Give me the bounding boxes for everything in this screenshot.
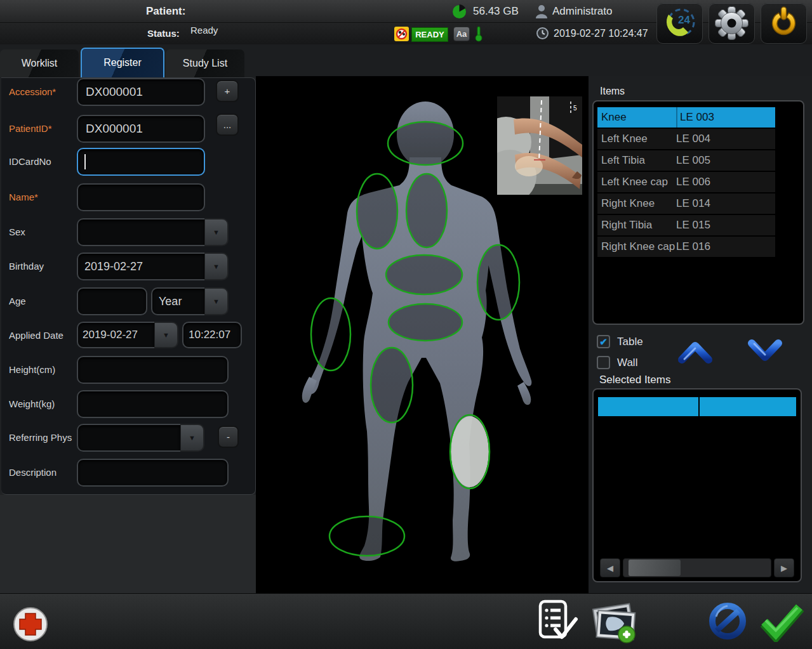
item-row[interactable]: Knee LE 003 [597, 107, 775, 128]
chevron-down-icon[interactable]: ▼ [204, 218, 229, 246]
birthday-value: 2019-02-27 [77, 252, 204, 280]
body-region-pelvis[interactable] [389, 304, 462, 341]
move-up-button[interactable] [677, 338, 714, 364]
body-map-area: 5 [256, 76, 589, 593]
disk-space-value: 56.43 GB [473, 5, 519, 18]
referring-physician-label: Referring Phys [9, 424, 76, 452]
name-label: Name* [9, 183, 76, 211]
sex-value [77, 218, 204, 246]
scrollbar-track[interactable] [623, 558, 771, 577]
body-region-abdomen[interactable] [386, 255, 462, 294]
sex-select[interactable]: ▼ [77, 218, 229, 246]
scroll-right-button[interactable]: ▶ [774, 558, 794, 577]
thermometer-icon [475, 25, 483, 42]
body-region-chest[interactable] [406, 174, 447, 247]
font-size-button[interactable]: Aa [453, 27, 470, 41]
chevron-down-icon[interactable]: ▼ [180, 424, 204, 452]
scroll-left-button[interactable]: ◀ [600, 558, 620, 577]
text-cursor [84, 154, 86, 169]
confirm-button[interactable] [759, 600, 805, 642]
item-code: LE 016 [676, 237, 775, 257]
item-name: Knee [597, 107, 677, 128]
tab-register[interactable]: Register [81, 48, 164, 79]
bottom-toolbar [0, 593, 812, 649]
birthday-label: Birthday [9, 252, 76, 280]
user-name: Administrato [552, 5, 648, 18]
selected-items-col1-header [598, 397, 698, 416]
tab-study-list[interactable]: Study List [166, 49, 244, 77]
age-unit-select[interactable]: Year ▼ [151, 287, 229, 315]
body-region-left-forearm[interactable] [477, 245, 519, 320]
item-row[interactable]: Right Knee LE 014 [597, 193, 775, 214]
wall-checkbox-label: Wall [617, 357, 637, 369]
patient-id-input[interactable] [77, 115, 205, 143]
referring-physician-remove-button[interactable]: - [218, 426, 239, 448]
item-name: Right Tibia [597, 215, 676, 235]
body-region-right-thigh[interactable] [371, 348, 413, 423]
name-input[interactable] [77, 183, 205, 211]
table-checkbox-label: Table [617, 336, 643, 348]
accession-input[interactable] [77, 78, 205, 106]
power-button[interactable] [761, 3, 807, 44]
cancel-button[interactable] [708, 601, 747, 641]
id-card-input[interactable] [77, 148, 205, 176]
user-icon [535, 4, 548, 18]
generator-ready-badge: READY [411, 27, 448, 42]
triangle-left-icon: ◀ [607, 563, 613, 573]
move-down-button[interactable] [747, 338, 783, 364]
birthday-select[interactable]: 2019-02-27 ▼ [77, 252, 229, 280]
age-input[interactable] [77, 287, 147, 315]
item-name: Left Knee [597, 129, 676, 149]
check-icon [764, 607, 800, 636]
body-region-head[interactable] [388, 122, 463, 165]
chevron-down-icon[interactable]: ▼ [204, 252, 229, 280]
applied-time-field[interactable]: 10:22:07 [182, 322, 242, 348]
chevron-down-icon[interactable]: ▼ [204, 287, 229, 315]
applied-date-label: Applied Date [9, 322, 76, 350]
selected-items-title: Selected Items [599, 374, 670, 386]
add-study-images-button[interactable] [587, 599, 639, 645]
body-region-right-hand[interactable] [311, 298, 350, 370]
items-list: Knee LE 003 Left Knee LE 004 Left Tibia … [592, 100, 804, 325]
table-checkbox[interactable]: ✔ [597, 335, 610, 348]
patient-id-browse-button[interactable]: ... [216, 114, 239, 136]
wall-checkbox[interactable] [597, 356, 610, 369]
applied-date-select[interactable]: 2019-02-27 ▼ [77, 322, 178, 348]
description-input[interactable] [77, 459, 229, 487]
height-input[interactable] [77, 356, 229, 384]
block-icon [712, 606, 743, 636]
item-row[interactable]: Left Knee LE 004 [597, 129, 775, 149]
accession-add-button[interactable]: + [216, 80, 239, 102]
item-row[interactable]: Right Tibia LE 015 [597, 215, 775, 235]
settings-button[interactable] [709, 3, 755, 44]
support-24h-button[interactable]: 24 [656, 3, 703, 44]
selected-items-table: ◀ ▶ [592, 388, 802, 582]
patient-register-screen: Patient: Status: Ready 56.43 GB Administ… [0, 0, 812, 649]
scrollbar-thumb[interactable] [629, 560, 681, 576]
selected-items-col2-header [700, 397, 796, 416]
gear-icon [709, 3, 754, 43]
chevron-down-icon[interactable]: ▼ [154, 322, 178, 348]
weight-label: Weight(kg) [9, 390, 76, 418]
item-row[interactable]: Left Tibia LE 005 [597, 150, 775, 171]
datetime-value: 2019-02-27 10:24:47 [554, 28, 648, 39]
emergency-patient-button[interactable] [13, 606, 48, 642]
tab-bar: Worklist Register Study List [0, 44, 812, 77]
photo-stack-add-icon [593, 604, 635, 643]
item-name: Right Knee cap [597, 237, 676, 257]
body-region-right-foot[interactable] [329, 516, 404, 556]
register-study-button[interactable] [536, 599, 578, 643]
referring-physician-select[interactable]: ▼ [77, 424, 204, 452]
item-name: Right Knee [597, 193, 676, 214]
app-logo-icon [394, 27, 409, 41]
body-region-right-shoulder[interactable] [357, 174, 397, 249]
item-name: Left Knee cap [597, 172, 676, 192]
tab-worklist[interactable]: Worklist [0, 49, 79, 77]
item-row[interactable]: Right Knee cap LE 016 [597, 237, 775, 257]
item-code: LE 014 [676, 193, 775, 214]
item-name: Left Tibia [597, 150, 676, 171]
disk-usage-pie-icon [452, 4, 467, 19]
weight-input[interactable] [77, 390, 229, 418]
referring-physician-value [77, 424, 180, 452]
item-row[interactable]: Left Knee cap LE 006 [597, 172, 775, 192]
